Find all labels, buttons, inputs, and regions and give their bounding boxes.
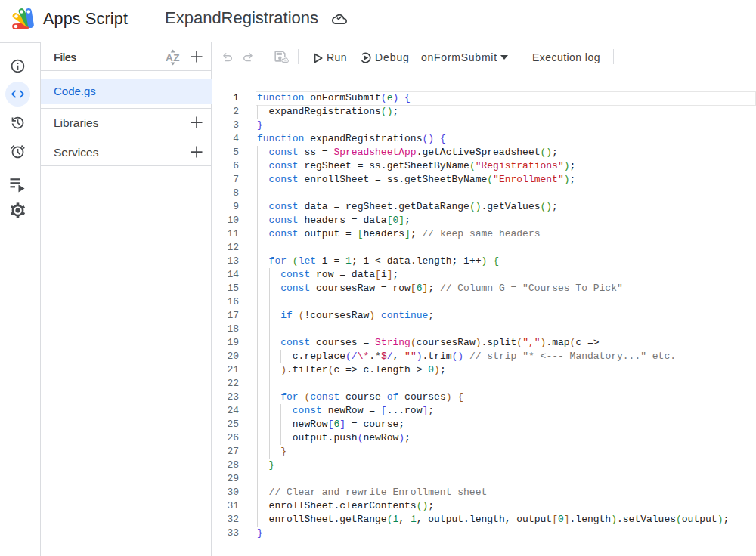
svg-text:AZ: AZ bbox=[166, 52, 180, 63]
